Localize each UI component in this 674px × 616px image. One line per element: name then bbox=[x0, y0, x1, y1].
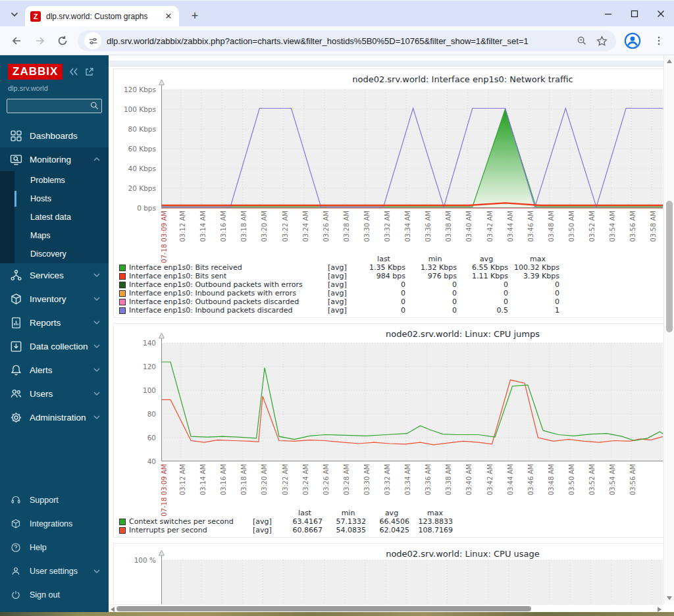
legend-swatch bbox=[119, 265, 126, 271]
back-button[interactable] bbox=[8, 32, 25, 49]
bookmark-button[interactable] bbox=[594, 33, 609, 49]
horizontal-scrollbar[interactable] bbox=[109, 604, 663, 612]
window-close-button[interactable] bbox=[648, 5, 674, 23]
x-axis-label: 03:26 AM bbox=[323, 464, 330, 495]
browser-menu-button[interactable] bbox=[650, 32, 667, 49]
zabbix-logo[interactable]: ZABBIX bbox=[8, 64, 63, 80]
sidebar-popout-icon[interactable] bbox=[85, 67, 94, 76]
legend-series-name: Interface enp1s0: Inbound packets with e… bbox=[129, 289, 328, 297]
chevron-down-icon bbox=[11, 12, 18, 17]
vertical-scrollbar[interactable] bbox=[663, 55, 674, 604]
submenu-item-hosts[interactable]: Hosts bbox=[0, 190, 109, 208]
services-icon bbox=[10, 269, 22, 282]
submenu-item-discovery[interactable]: Discovery bbox=[0, 245, 109, 263]
legend-value-avg: 0 bbox=[459, 280, 511, 289]
x-axis-label: 03:38 AM bbox=[445, 464, 452, 495]
zoom-level-button[interactable] bbox=[574, 33, 590, 49]
sidebar-item-services[interactable]: Services bbox=[0, 263, 109, 287]
scroll-down-arrow[interactable] bbox=[667, 596, 672, 600]
reload-button[interactable] bbox=[54, 32, 71, 49]
search-icon[interactable] bbox=[90, 101, 99, 113]
sidebar-footer-help[interactable]: Help bbox=[0, 536, 109, 559]
y-axis-label: 0 bps bbox=[114, 204, 156, 212]
sidebar-item-reports[interactable]: Reports bbox=[0, 311, 109, 334]
legend-value-min: 0 bbox=[408, 306, 459, 315]
submenu-item-latest-data[interactable]: Latest data bbox=[0, 208, 109, 226]
legend-value-avg: 0 bbox=[459, 289, 511, 297]
sidebar-item-alerts[interactable]: Alerts bbox=[0, 358, 109, 382]
legend-swatch bbox=[119, 299, 126, 305]
x-axis-label: 03:52 AM bbox=[588, 211, 596, 242]
scroll-right-arrow[interactable] bbox=[658, 607, 661, 612]
chevron-down-icon bbox=[93, 367, 101, 373]
site-settings-button[interactable] bbox=[84, 32, 101, 49]
legend-value-avg: 0 bbox=[459, 297, 511, 306]
legend-value-min: 976 bps bbox=[408, 272, 459, 280]
legend-series-name: Interface enp1s0: Outbound packets disca… bbox=[129, 297, 328, 306]
submenu-item-problems[interactable]: Problems bbox=[0, 171, 109, 190]
x-axis-label: 03:18 AM bbox=[240, 211, 247, 242]
vertical-scroll-thumb[interactable] bbox=[666, 201, 673, 332]
horizontal-scroll-thumb[interactable] bbox=[117, 606, 531, 611]
url-text[interactable]: dlp.srv.world/zabbix/zabbix.php?action=c… bbox=[107, 36, 570, 46]
data-collection-icon bbox=[10, 340, 22, 353]
x-axis-label: 03:16 AM bbox=[220, 464, 227, 495]
legend-row: Interface enp1s0: Bits sent[avg]984 bps9… bbox=[119, 272, 563, 280]
sidebar-footer-sign-out[interactable]: Sign out bbox=[0, 583, 109, 607]
chart-canvas bbox=[161, 343, 663, 461]
browser-tab[interactable]: Z dlp.srv.world: Custom graphs ✕ bbox=[25, 6, 179, 27]
sidebar-footer-label: Support bbox=[30, 496, 59, 505]
window-maximize-button[interactable] bbox=[621, 5, 648, 23]
legend-value-max: 108.7169 bbox=[412, 526, 455, 534]
forward-button[interactable] bbox=[32, 32, 49, 49]
legend-value-avg: 6.55 Kbps bbox=[459, 263, 511, 272]
address-bar[interactable]: dlp.srv.world/zabbix/zabbix.php?action=c… bbox=[78, 30, 616, 51]
legend-series-function: [avg] bbox=[328, 263, 357, 272]
tab-search-button[interactable] bbox=[7, 7, 22, 22]
legend-row: Interface enp1s0: Inbound packets discar… bbox=[119, 306, 563, 315]
y-axis-label: 100 % bbox=[114, 556, 156, 564]
sidebar-footer-integrations[interactable]: Integrations bbox=[0, 512, 109, 536]
help-icon bbox=[11, 542, 21, 553]
new-tab-button[interactable]: + bbox=[187, 9, 203, 24]
browser-toolbar: dlp.srv.world/zabbix/zabbix.php?action=c… bbox=[0, 26, 674, 55]
search-input[interactable] bbox=[7, 99, 102, 113]
inventory-icon bbox=[9, 292, 22, 305]
legend-value-min: 0 bbox=[408, 289, 459, 297]
sidebar-footer-user-settings[interactable]: User settings bbox=[0, 559, 109, 583]
legend-swatch bbox=[119, 527, 126, 534]
scroll-up-arrow[interactable] bbox=[667, 59, 672, 63]
legend-value-max: 3.39 Kbps bbox=[511, 272, 562, 280]
legend-value-avg: 62.0425 bbox=[369, 526, 412, 534]
dashboards-icon bbox=[10, 130, 22, 142]
legend-series-name: Interface enp1s0: Bits sent bbox=[129, 272, 328, 280]
sidebar-item-inventory[interactable]: Inventory bbox=[0, 287, 109, 311]
tab-close-icon[interactable]: ✕ bbox=[163, 11, 174, 22]
legend-column-header: min bbox=[409, 255, 461, 263]
legend-value-last: 0 bbox=[357, 306, 408, 315]
minimize-icon bbox=[604, 10, 612, 18]
legend-series-name: Interrupts per second bbox=[129, 526, 253, 534]
sidebar-item-label: Dashboards bbox=[30, 131, 78, 141]
profile-button[interactable] bbox=[624, 32, 641, 49]
sidebar-footer-support[interactable]: Support bbox=[0, 488, 109, 512]
legend-series-function: [avg] bbox=[328, 306, 357, 315]
charts-list: node02.srv.world: Interface enp1s0: Netw… bbox=[113, 68, 674, 612]
x-axis-label: 03:34 AM bbox=[404, 464, 411, 495]
chart-canvas bbox=[161, 90, 663, 208]
sidebar-item-label: Users bbox=[30, 389, 53, 399]
legend-row: Interface enp1s0: Outbound packets disca… bbox=[119, 297, 563, 306]
sidebar-item-dashboards[interactable]: Dashboards bbox=[0, 124, 109, 147]
scroll-left-arrow[interactable] bbox=[111, 607, 115, 612]
sidebar-item-administration[interactable]: Administration bbox=[0, 405, 109, 429]
sidebar-collapse-icon[interactable] bbox=[68, 67, 79, 76]
sidebar-item-data-collection[interactable]: Data collection bbox=[0, 334, 109, 358]
window-minimize-button[interactable] bbox=[595, 5, 621, 23]
alerts-icon bbox=[10, 364, 22, 376]
sidebar-footer-label: Integrations bbox=[30, 519, 72, 528]
legend-value-max: 1 bbox=[511, 306, 562, 315]
sidebar-item-monitoring[interactable]: Monitoring bbox=[0, 147, 109, 171]
dashboards-icon bbox=[9, 129, 22, 142]
submenu-item-maps[interactable]: Maps bbox=[0, 226, 109, 245]
sidebar-item-users[interactable]: Users bbox=[0, 382, 109, 405]
